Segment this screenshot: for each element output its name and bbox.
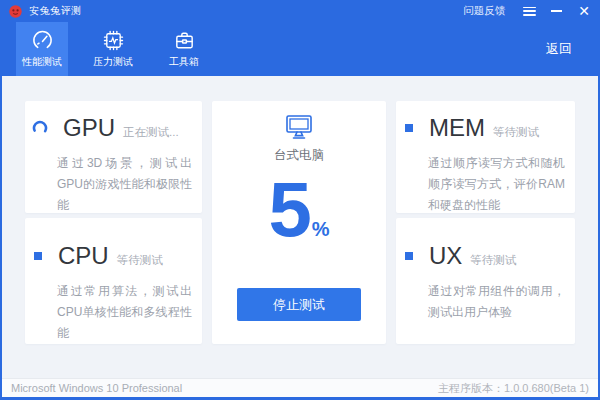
tab-label: 工具箱 xyxy=(169,55,199,69)
chip-icon xyxy=(102,29,125,52)
cpu-card-title: CPU xyxy=(58,242,109,270)
cpu-card-description: 通过常用算法，测试出CPU单核性能和多线程性能 xyxy=(57,281,192,344)
square-bullet-icon xyxy=(405,124,413,132)
close-icon[interactable]: ✕ xyxy=(578,4,590,18)
stop-test-button[interactable]: 停止测试 xyxy=(237,288,361,321)
square-bullet-icon xyxy=(34,252,42,260)
gpu-card-description: 通过3D场景，测试出GPU的游戏性能和极限性能 xyxy=(57,153,192,216)
percent-sign: % xyxy=(312,218,330,240)
mem-card-title: MEM xyxy=(429,114,485,142)
hamburger-menu-icon[interactable] xyxy=(523,7,536,16)
tab-strip: 性能测试 压力测试 xyxy=(16,22,229,76)
tab-performance-test[interactable]: 性能测试 xyxy=(16,22,68,76)
progress-percent-value: 5 xyxy=(268,165,309,253)
os-info-label: Microsoft Windows 10 Professional xyxy=(11,382,182,394)
feedback-link[interactable]: 问题反馈 xyxy=(463,4,505,18)
app-logo-icon xyxy=(9,5,22,18)
tab-toolbox[interactable]: 工具箱 xyxy=(158,22,210,76)
app-title: 安兔兔评测 xyxy=(29,4,82,18)
ux-card-title: UX xyxy=(429,242,462,270)
ux-test-card: UX 等待测试 通过对常用组件的调用，测试出用户体验 xyxy=(396,218,575,344)
mem-test-card: MEM 等待测试 通过顺序读写方式和随机顺序读写方式，评价RAM和硬盘的性能 xyxy=(396,101,575,213)
back-button[interactable]: 返回 xyxy=(546,40,572,58)
tab-label: 压力测试 xyxy=(93,55,133,69)
ux-card-description: 通过对常用组件的调用，测试出用户体验 xyxy=(428,281,565,323)
tab-label: 性能测试 xyxy=(22,55,62,69)
square-bullet-icon xyxy=(405,252,413,260)
progress-readout: 5% xyxy=(212,170,386,248)
ux-card-status: 等待测试 xyxy=(470,253,516,268)
gpu-card-status: 正在测试... xyxy=(123,125,179,140)
mem-card-description: 通过顺序读写方式和随机顺序读写方式，评价RAM和硬盘的性能 xyxy=(428,153,565,216)
nav-bar: 性能测试 压力测试 xyxy=(0,22,600,76)
tab-stress-test[interactable]: 压力测试 xyxy=(87,22,139,76)
minimize-icon[interactable] xyxy=(551,10,562,12)
mem-card-status: 等待测试 xyxy=(493,125,539,140)
progress-card: 台式电脑 5% 停止测试 xyxy=(212,101,386,344)
gpu-card-title: GPU xyxy=(63,114,115,142)
gauge-icon xyxy=(31,29,54,52)
status-bar: Microsoft Windows 10 Professional 主程序版本：… xyxy=(0,378,600,397)
content-area: GPU 正在测试... 通过3D场景，测试出GPU的游戏性能和极限性能 CPU … xyxy=(0,76,600,378)
window-border-left xyxy=(0,0,2,400)
gpu-test-card: GPU 正在测试... 通过3D场景，测试出GPU的游戏性能和极限性能 xyxy=(25,101,202,213)
device-type-label: 台式电脑 xyxy=(212,147,386,164)
desktop-monitor-icon xyxy=(284,114,314,140)
app-window: 安兔兔评测 问题反馈 ✕ 性能测试 xyxy=(0,0,600,400)
loading-spinner-icon xyxy=(32,120,48,136)
toolbox-icon xyxy=(173,29,196,52)
cpu-test-card: CPU 等待测试 通过常用算法，测试出CPU单核性能和多线程性能 xyxy=(25,218,202,344)
cpu-card-status: 等待测试 xyxy=(117,253,163,268)
titlebar: 安兔兔评测 问题反馈 ✕ xyxy=(0,0,600,22)
app-version-label: 主程序版本：1.0.0.680(Beta 1) xyxy=(438,381,589,396)
